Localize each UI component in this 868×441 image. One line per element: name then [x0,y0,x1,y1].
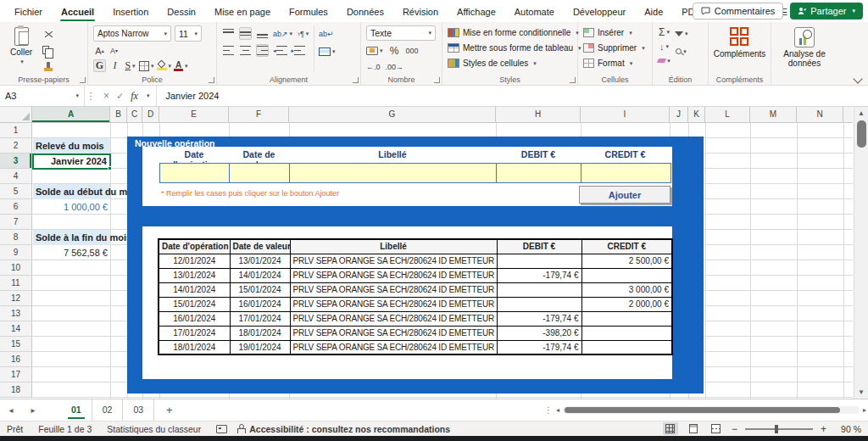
screen-icon[interactable] [216,425,227,433]
align-right-button[interactable] [256,44,269,57]
row-header-16[interactable]: 16 [0,352,32,367]
cell-debit[interactable]: -179,74 € [497,340,581,354]
horizontal-scroll-thumb[interactable] [565,407,840,413]
share-button[interactable]: Partager ▾ [790,3,863,20]
row-header-13[interactable]: 13 [0,306,32,321]
row-header-1[interactable]: 1 [0,123,32,138]
row-header-4[interactable]: 4 [0,169,32,184]
cell-libelle[interactable]: PRLV SEPA ORANGE SA ECH/280624 ID EMETTE… [290,268,497,282]
font-name-select[interactable]: Aptos Narrow▾ [93,25,171,42]
delete-cells-button[interactable]: Supprimer▾ [583,41,645,55]
cell-date-valeur[interactable]: 18/01/2024 [230,326,290,340]
vertical-scrollbar[interactable]: ▲ ▼ [854,107,868,399]
align-center-button[interactable] [239,44,252,57]
wrap-text-button[interactable]: ab↵ [319,27,334,40]
accessibility-status[interactable]: Accessibilité : consultez nos recommanda… [236,424,450,434]
cell-debit[interactable]: -179,74 € [497,268,581,282]
column-header-A[interactable]: A [32,107,110,122]
number-format-select[interactable]: Texte▾ [366,25,436,41]
row-header-5[interactable]: 5 [0,184,32,199]
page-break-view-button[interactable] [709,422,724,435]
scroll-down-icon[interactable]: ▼ [854,388,868,396]
row-header-9[interactable]: 9 [0,245,32,260]
tab-scroll-divider[interactable]: ⋮ [544,405,553,415]
currency-format-button[interactable]: ▾ [366,44,383,57]
sort-filter-button[interactable]: ▾ [675,27,688,40]
cell-a6[interactable]: 1 000,00 € [33,199,110,215]
row-header-11[interactable]: 11 [0,276,32,291]
input-debit[interactable] [497,164,581,182]
add-button[interactable]: Ajouter [579,186,670,204]
ribbon-tab[interactable]: Développeur [564,3,635,22]
vertical-scroll-thumb[interactable] [857,120,866,148]
fill-color-button[interactable]: ▾ [157,59,172,72]
cell-libelle[interactable]: PRLV SEPA ORANGE SA ECH/280624 ID EMETTE… [290,311,497,326]
cell-libelle[interactable]: PRLV SEPA ORANGE SA ECH/280624 ID EMETTE… [290,326,497,340]
font-dialog-launcher[interactable] [209,77,214,83]
row-header-15[interactable]: 15 [0,337,32,352]
previous-sheet-icon[interactable]: ◂ [0,405,22,415]
addins-button[interactable]: Compléments [709,25,771,73]
paste-button[interactable]: Coller ▾ [5,25,37,73]
cell-date-operation[interactable]: 13/01/2024 [159,268,230,282]
cut-button[interactable] [42,28,54,41]
workbook-statistics-button[interactable]: Statistiques du classeur [107,424,201,434]
ribbon-tab[interactable]: Automate [505,3,564,22]
comments-button[interactable]: Commentaires [693,3,784,20]
select-all-corner[interactable] [0,107,32,123]
styles-dialog-launcher[interactable] [570,77,576,83]
column-header-L[interactable]: L [705,107,750,122]
cell-credit[interactable]: 3 000,00 € [581,282,672,297]
cell-date-valeur[interactable]: 17/01/2024 [230,311,290,326]
row-header-3[interactable]: 3 [0,154,32,169]
cell-date-valeur[interactable]: 19/01/2024 [230,340,290,354]
font-size-select[interactable]: 11▾ [175,25,202,42]
insert-cells-button[interactable]: Insérer▾ [583,25,632,40]
cell-credit[interactable] [581,340,672,354]
transaction-row[interactable]: 18/01/2024 19/01/2024 PRLV SEPA ORANGE S… [159,340,672,354]
ribbon-tab[interactable]: Aide [635,3,672,22]
ribbon-tab[interactable]: Affichage [448,3,505,22]
ribbon-tab[interactable]: Données [337,3,393,22]
row-header-8[interactable]: 8 [0,230,32,245]
align-bottom-button[interactable] [256,27,269,40]
input-credit[interactable] [581,164,670,182]
enter-check-icon[interactable]: ✓ [116,91,124,102]
row-header-10[interactable]: 10 [0,260,32,276]
cell-a9[interactable]: 7 562,58 € [33,245,110,260]
cell-date-valeur[interactable]: 14/01/2024 [230,268,290,282]
cell-debit[interactable]: -398,20 € [497,326,581,340]
increase-indent-button[interactable]: ▸ [292,44,306,57]
cell-date-operation[interactable]: 12/01/2024 [159,254,230,268]
horizontal-scroll-track[interactable] [563,406,860,414]
cell-debit[interactable] [497,297,581,311]
row-header-2[interactable]: 2 [0,138,32,154]
column-header-K[interactable]: K [688,107,705,122]
transaction-row[interactable]: 13/01/2024 14/01/2024 PRLV SEPA ORANGE S… [159,268,672,282]
scroll-up-icon[interactable]: ▲ [854,109,868,117]
find-select-button[interactable]: ▾ [675,45,687,58]
zoom-in-button[interactable]: + [821,423,826,435]
cell-debit[interactable] [497,282,581,297]
cell-credit[interactable]: 2 000,00 € [581,297,672,311]
cell-a2[interactable]: Relevé du mois [33,138,110,154]
column-header-I[interactable]: I [581,107,670,122]
format-painter-button[interactable] [42,59,54,71]
normal-view-button[interactable] [663,422,678,435]
cell-libelle[interactable]: PRLV SEPA ORANGE SA ECH/280624 ID EMETTE… [290,254,497,268]
cell-credit[interactable]: 2 500,00 € [581,254,672,268]
scroll-left-icon[interactable]: ◂ [556,406,559,414]
ribbon-tab[interactable]: Accueil [52,3,103,22]
name-box[interactable]: A3▾ [0,86,85,106]
column-header-E[interactable]: E [159,107,229,122]
row-header-18[interactable]: 18 [0,382,32,398]
shrink-font-button[interactable]: A▾ [108,44,120,57]
horizontal-scrollbar[interactable]: ⋮ ◂ ▸ [544,399,866,421]
cell-credit[interactable] [581,311,672,326]
sheet-tab[interactable]: 01 [61,399,92,421]
column-header-G[interactable]: G [289,107,496,122]
copy-button[interactable]: ▾ [42,43,54,56]
zoom-level[interactable]: 90 % [834,424,861,434]
column-header-N[interactable]: N [797,107,843,122]
ribbon-tab[interactable]: Insertion [103,3,158,22]
